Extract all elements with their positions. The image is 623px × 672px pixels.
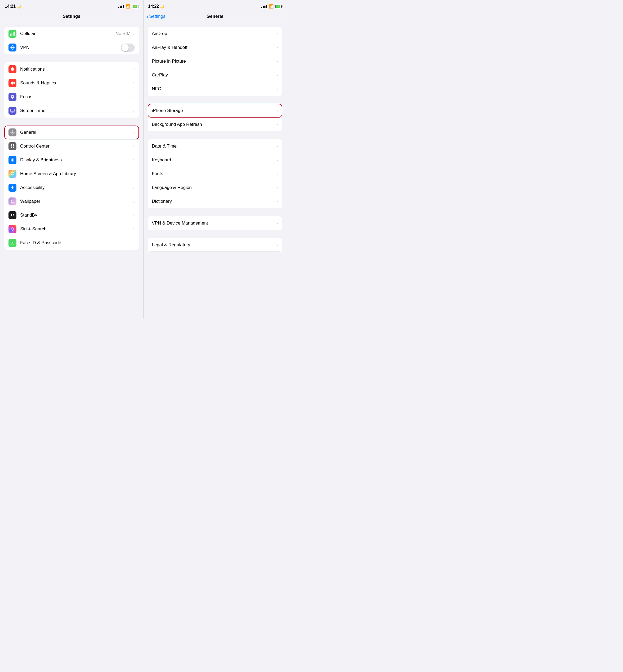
svg-rect-36 [13,214,14,215]
svg-marker-9 [11,81,13,85]
row-legal[interactable]: Legal & Regulatory › [148,238,283,252]
svg-rect-31 [10,174,12,175]
group-connectivity: Cellular No SIM › VPN [0,27,143,54]
dictionary-label: Dictionary [152,199,275,204]
focus-icon [8,93,17,101]
fonts-label: Fonts [152,171,275,176]
vpn-label: VPN [20,45,119,50]
row-display[interactable]: Display & Brightness › [4,153,139,167]
right-group-connectivity: AirDrop › AirPlay & Handoff › Picture in… [144,27,287,96]
status-left: 14:21 🌙 [5,4,21,9]
right-time: 14:22 [148,4,159,9]
row-airdrop[interactable]: AirDrop › [148,27,283,40]
fonts-chevron: › [277,171,278,176]
row-language[interactable]: Language & Region › [148,181,283,195]
right-scroll-content: AirDrop › AirPlay & Handoff › Picture in… [144,22,287,318]
sounds-icon [8,79,17,87]
left-scroll-content: Cellular No SIM › VPN [0,22,143,318]
sounds-chevron: › [133,81,135,85]
row-screentime[interactable]: ⏱ Screen Time › [4,104,139,118]
group-connectivity-card: Cellular No SIM › VPN [4,27,139,54]
airdrop-chevron: › [277,31,278,36]
row-pip[interactable]: Picture in Picture › [148,54,283,68]
row-cellular[interactable]: Cellular No SIM › [4,27,139,40]
group-system2: General › Control Center › [0,125,143,250]
row-dictionary[interactable]: Dictionary › [148,195,283,208]
right-group-storage: iPhone Storage › Background App Refresh … [144,104,287,131]
row-bg-refresh[interactable]: Background App Refresh › [148,118,283,131]
row-vpn-mgmt[interactable]: VPN & Device Management › [148,216,283,230]
airplay-label: AirPlay & Handoff [152,45,275,50]
row-general[interactable]: General › [4,125,139,139]
display-label: Display & Brightness [20,158,132,163]
cellular-label: Cellular [20,31,115,36]
svg-rect-29 [10,172,12,173]
signal-icon [118,5,124,8]
cellular-value: No SIM [115,31,130,36]
right-group-legal: Legal & Regulatory › [144,238,287,252]
row-wallpaper[interactable]: Wallpaper › [4,195,139,208]
display-chevron: › [133,158,135,162]
accessibility-label: Accessibility [20,185,132,190]
row-sounds[interactable]: Sounds & Haptics › [4,76,139,90]
cellular-icon [8,30,17,38]
row-airplay[interactable]: AirPlay & Handoff › [148,40,283,54]
row-accessibility[interactable]: Accessibility › [4,181,139,195]
right-signal-icon [261,5,267,8]
svg-rect-32 [12,174,14,175]
right-nav-title: General [207,14,223,19]
right-moon-icon: 🌙 [160,4,164,8]
datetime-chevron: › [277,144,278,149]
bg-refresh-label: Background App Refresh [152,122,275,127]
svg-rect-16 [10,144,12,146]
back-button[interactable]: ‹ Settings [147,14,166,19]
svg-point-42 [13,242,13,243]
controlcenter-chevron: › [133,144,135,149]
left-status-bar: 14:21 🌙 📶 ⚡ [0,0,143,12]
homescreen-label: Home Screen & App Library [20,171,132,176]
right-nav-bar: ‹ Settings General [144,12,287,22]
accessibility-icon [8,184,17,192]
datetime-label: Date & Time [152,144,275,149]
svg-rect-2 [13,32,13,35]
svg-rect-7 [12,71,13,71]
right-panel: 14:22 🌙 📶 ⚡ ‹ Settings General [144,0,287,318]
right-group-vpnmgmt-card: VPN & Device Management › [148,216,283,230]
row-standby[interactable]: StandBy › [4,208,139,222]
standby-icon [8,211,17,219]
general-icon [8,129,17,136]
svg-point-34 [11,200,12,201]
row-carplay[interactable]: CarPlay › [148,68,283,82]
siri-chevron: › [133,227,135,231]
row-notifications[interactable]: Notifications › [4,62,139,76]
row-siri[interactable]: Siri & Search › [4,222,139,236]
row-iphone-storage[interactable]: iPhone Storage › [148,104,283,118]
row-focus[interactable]: Focus › [4,90,139,104]
notifications-icon [8,65,17,73]
accessibility-chevron: › [133,185,135,190]
vpn-icon [8,44,17,52]
row-homescreen[interactable]: Home Screen & App Library › [4,167,139,181]
row-controlcenter[interactable]: Control Center › [4,139,139,153]
row-nfc[interactable]: NFC › [148,82,283,96]
display-icon [8,156,17,164]
siri-label: Siri & Search [20,226,132,232]
homescreen-chevron: › [133,171,135,176]
row-fonts[interactable]: Fonts › [148,167,283,181]
row-faceid[interactable]: Face ID & Passcode › [4,236,139,250]
row-vpn[interactable]: VPN [4,40,139,54]
controlcenter-icon [8,142,17,150]
back-label: Settings [149,14,165,19]
svg-rect-18 [10,146,12,148]
dictionary-chevron: › [277,199,278,204]
svg-point-8 [12,67,13,68]
vpn-toggle[interactable] [121,44,135,52]
airplay-chevron: › [277,45,278,50]
left-moon-icon: 🌙 [17,4,21,8]
iphone-storage-chevron: › [277,108,278,113]
right-group-connectivity-card: AirDrop › AirPlay & Handoff › Picture in… [148,27,283,96]
row-datetime[interactable]: Date & Time › [148,139,283,153]
svg-rect-1 [12,33,12,35]
notifications-chevron: › [133,67,135,72]
row-keyboard[interactable]: Keyboard › [148,153,283,167]
